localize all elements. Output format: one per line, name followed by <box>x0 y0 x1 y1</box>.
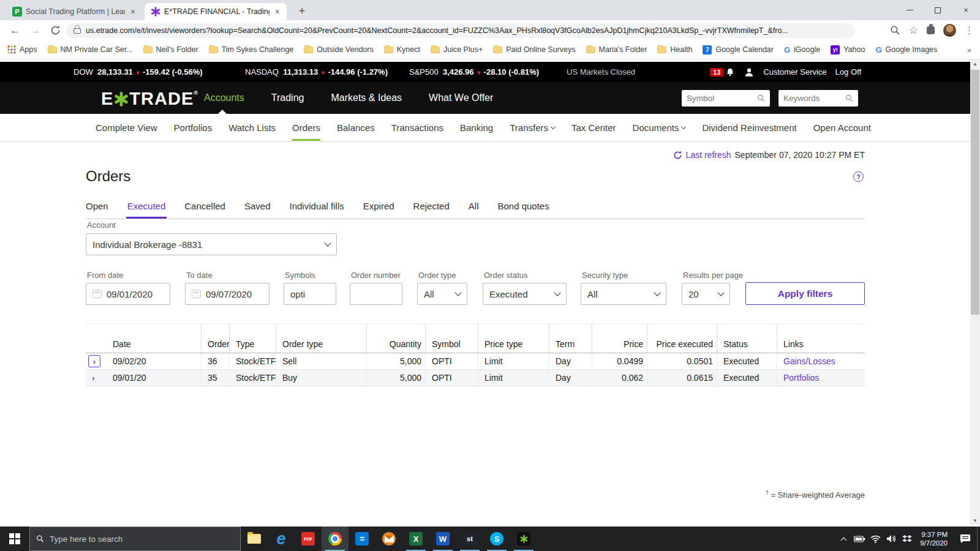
subnav-transfers[interactable]: Transfers <box>510 122 555 133</box>
tab-saved[interactable]: Saved <box>244 201 271 211</box>
scrollbar-thumb[interactable] <box>971 70 979 315</box>
tab-cancelled[interactable]: Cancelled <box>184 201 225 211</box>
expand-row-button[interactable]: › <box>92 373 94 383</box>
order-type-select[interactable]: All <box>417 283 467 305</box>
bookmark-folder[interactable]: Kynect <box>384 45 420 54</box>
portfolios-link[interactable]: Portfolios <box>783 373 819 383</box>
tray-expand-button[interactable] <box>835 527 851 551</box>
tab-close-icon[interactable]: × <box>273 7 282 17</box>
new-tab-button[interactable]: + <box>294 4 310 18</box>
bookmark-folder[interactable]: Tim Sykes Challenge <box>209 45 294 54</box>
action-center-button[interactable] <box>954 527 977 551</box>
account-select[interactable]: Individual Brokerage -8831 <box>86 233 337 255</box>
nav-what-we-offer[interactable]: What We Offer <box>429 92 493 103</box>
search-icon[interactable] <box>845 94 853 103</box>
nav-trading[interactable]: Trading <box>271 92 304 103</box>
tab-bond-quotes[interactable]: Bond quotes <box>497 201 549 211</box>
page-scrollbar[interactable]: ▲ ▼ <box>970 59 980 525</box>
security-type-select[interactable]: All <box>581 283 666 305</box>
user-icon[interactable] <box>744 67 755 78</box>
order-status-select[interactable]: Executed <box>483 283 567 305</box>
taskbar-etrade-pro[interactable] <box>510 527 537 551</box>
subnav-balances[interactable]: Balances <box>337 122 375 133</box>
taskbar-search-input[interactable] <box>50 534 234 544</box>
refresh-icon[interactable] <box>673 151 682 160</box>
bookmark-folder[interactable]: NM Private Car Ser... <box>48 45 133 54</box>
symbol-search-input[interactable] <box>687 94 757 103</box>
from-date-field[interactable]: 09/01/2020 <box>86 283 170 305</box>
bookmark-folder[interactable]: Outside Vendors <box>304 45 373 54</box>
bookmark-yahoo[interactable]: y!Yahoo <box>831 45 865 54</box>
menu-kebab-icon[interactable]: ⋮ <box>965 25 974 36</box>
bookmark-folder[interactable]: Maria's Folder <box>586 45 647 54</box>
bookmark-igoogle[interactable]: GiGoogle <box>784 45 820 54</box>
wifi-icon[interactable] <box>867 527 883 551</box>
subnav-documents[interactable]: Documents <box>633 122 686 133</box>
customer-service-link[interactable]: Customer Service <box>763 67 826 77</box>
dropbox-icon[interactable] <box>899 527 915 551</box>
keywords-search[interactable] <box>778 90 858 107</box>
bookmark-folder[interactable]: Paid Online Surveys <box>493 45 575 54</box>
bookmark-folder[interactable]: Neil's Folder <box>143 45 198 54</box>
nav-accounts[interactable]: Accounts <box>204 92 244 103</box>
address-bar[interactable]: us.etrade.com/e/t/invest/vieworders?look… <box>66 23 855 38</box>
bookmark-google-calendar[interactable]: 7Google Calendar <box>703 45 774 54</box>
taskbar-chrome[interactable] <box>322 527 349 551</box>
expand-row-button[interactable]: › <box>88 355 100 367</box>
subnav-tax-center[interactable]: Tax Center <box>571 122 616 133</box>
tab-rejected[interactable]: Rejected <box>413 201 450 211</box>
search-icon[interactable] <box>757 94 765 103</box>
to-date-field[interactable]: 09/07/2020 <box>185 283 270 305</box>
taskbar-clock[interactable]: 9:37 PM9/7/2020 <box>915 530 954 547</box>
scroll-down-icon[interactable]: ▼ <box>970 516 980 525</box>
taskbar-file-explorer[interactable] <box>241 527 268 551</box>
etrade-logo[interactable]: E TRADE ® <box>101 89 198 109</box>
subnav-transactions[interactable]: Transactions <box>391 122 443 133</box>
browser-tab-social-trading[interactable]: P Social Trading Platform | Learn to × <box>6 3 142 20</box>
taskbar-pdf[interactable]: PDF <box>295 527 322 551</box>
close-button[interactable]: × <box>952 0 980 20</box>
minimize-button[interactable] <box>895 0 924 20</box>
last-refresh-link[interactable]: Last refresh <box>686 150 731 160</box>
tab-all[interactable]: All <box>469 201 479 211</box>
order-number-field[interactable] <box>350 283 402 305</box>
tab-expired[interactable]: Expired <box>363 201 394 211</box>
subnav-portfolios[interactable]: Portfolios <box>174 122 213 133</box>
battery-icon[interactable] <box>851 527 867 551</box>
forward-button[interactable]: → <box>30 24 40 37</box>
tab-executed[interactable]: Executed <box>127 201 166 211</box>
log-off-link[interactable]: Log Off <box>835 67 861 77</box>
subnav-watch-lists[interactable]: Watch Lists <box>228 122 276 133</box>
apply-filters-button[interactable]: Apply filters <box>745 282 865 305</box>
taskbar-excel[interactable]: X <box>402 527 429 551</box>
reload-button[interactable] <box>50 25 61 36</box>
bookmark-star-icon[interactable]: ☆ <box>909 24 918 37</box>
subnav-dividend-reinvestment[interactable]: Dividend Reinvestment <box>702 122 796 133</box>
bookmark-google-images[interactable]: GGoogle Images <box>875 45 937 54</box>
alerts-button[interactable]: 13 <box>710 67 735 77</box>
tab-close-icon[interactable]: × <box>129 7 137 17</box>
apps-button[interactable]: Apps <box>7 45 37 54</box>
subnav-complete-view[interactable]: Complete View <box>96 122 157 133</box>
calendar-icon[interactable] <box>192 290 201 298</box>
results-per-page-select[interactable]: 20 <box>682 283 730 305</box>
tab-open[interactable]: Open <box>86 201 108 211</box>
symbol-search[interactable] <box>682 90 770 107</box>
taskbar-edge[interactable]: e <box>268 527 295 551</box>
profile-avatar[interactable] <box>943 24 956 37</box>
subnav-open-account[interactable]: Open Account <box>813 122 871 133</box>
nav-markets-ideas[interactable]: Markets & Ideas <box>331 92 402 103</box>
taskbar-word[interactable]: W <box>429 527 456 551</box>
gains-losses-link[interactable]: Gains/Losses <box>783 356 835 366</box>
taskbar-stocktwits[interactable]: st <box>456 527 483 551</box>
tab-individual-fills[interactable]: Individual fills <box>290 201 344 211</box>
browser-tab-etrade[interactable]: E*TRADE FINANCIAL - Trading & × <box>145 3 287 20</box>
bookmark-folder[interactable]: Health <box>657 45 692 54</box>
maximize-button[interactable] <box>924 0 952 20</box>
keywords-search-input[interactable] <box>783 94 845 103</box>
taskbar-search[interactable] <box>29 527 241 551</box>
zoom-icon[interactable] <box>890 25 900 36</box>
bookmarks-overflow-icon[interactable]: » <box>967 45 971 54</box>
symbols-field[interactable]: opti <box>284 283 336 305</box>
volume-icon[interactable] <box>883 527 899 551</box>
